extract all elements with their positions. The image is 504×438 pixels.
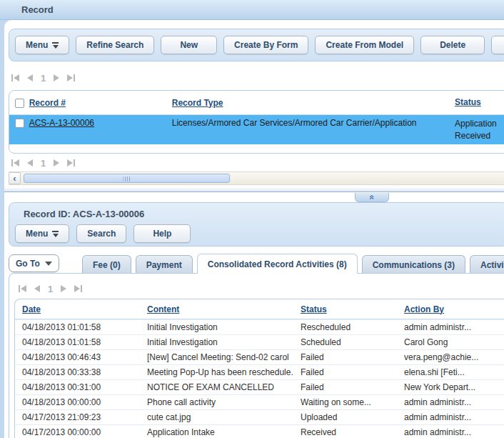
prev-page-icon (27, 159, 33, 166)
page-number: 1 (41, 73, 46, 84)
tab-payment[interactable]: Payment (136, 255, 193, 274)
table-row[interactable]: 04/17/2013 21:09:23 cute cat.jpg Uploade… (15, 409, 504, 424)
status-cell: Rescheduled (301, 322, 404, 332)
records-pager-bottom: 1 (11, 157, 75, 169)
status-cell: Failed (301, 352, 404, 362)
scroll-left-button[interactable]: ‹ (9, 172, 21, 184)
status-cell: Failed (301, 382, 404, 392)
tab-activities[interactable]: Activities (1) (470, 255, 504, 274)
prev-page-icon (27, 74, 33, 81)
date-cell: 04/18/2013 00:00:00 (15, 397, 147, 407)
next-page-button[interactable] (54, 159, 59, 166)
action-by-cell: Carol Gong (404, 337, 504, 347)
record-toolbar: Menu Refine Search New Create By Form Cr… (9, 29, 504, 61)
action-by-cell: elena.shi [Feti... (404, 367, 504, 377)
content-cell: Initial Investigation (147, 337, 301, 347)
tab-bar: Fee (0) Payment Consolidated Record Acti… (82, 254, 504, 274)
refine-search-button[interactable]: Refine Search (76, 36, 154, 54)
content-cell: Application Intake (147, 427, 301, 437)
action-by-cell: vera.peng@achie... (404, 352, 504, 362)
column-status[interactable]: Status (455, 96, 504, 109)
last-page-icon (67, 74, 73, 81)
select-all-checkbox[interactable] (15, 99, 24, 108)
content-cell: Initial Investigation (147, 322, 301, 332)
first-page-button[interactable] (19, 285, 26, 292)
last-page-button[interactable] (67, 74, 75, 81)
table-row[interactable]: 04/18/2013 00:00:00 Phone call activity … (15, 394, 504, 409)
help-button[interactable]: Help (133, 224, 191, 243)
next-page-button[interactable] (61, 285, 66, 292)
record-row-selected[interactable]: ACS-A-13-00006 Licenses/Armored Car Serv… (9, 115, 504, 144)
next-page-icon (54, 74, 59, 81)
record-type-cell: Licenses/Armored Car Services/Armored Ca… (172, 118, 455, 128)
tab-fee[interactable]: Fee (0) (82, 255, 131, 274)
menu-button[interactable]: Menu (15, 224, 69, 243)
column-status[interactable]: Status (301, 304, 404, 314)
create-from-model-button[interactable]: Create From Model (315, 36, 414, 54)
scroll-left-icon: ‹ (13, 173, 16, 184)
gis-button[interactable]: GIS (491, 36, 504, 54)
content-cell: Meeting Pop-Up has been reschedule. (147, 367, 301, 377)
status-cell: Waiting on some... (301, 397, 404, 407)
content-cell: [New] Cancel Meeting: Send-02 carol (147, 352, 301, 362)
action-by-cell: admin administr... (404, 412, 504, 422)
goto-label: Go To (16, 259, 40, 269)
window-header: Record (0, 0, 504, 20)
action-by-cell: New York Depart... (404, 382, 504, 392)
prev-page-button[interactable] (27, 74, 33, 81)
page-title: Record (21, 4, 54, 15)
status-cell: Scheduled (301, 337, 404, 347)
last-page-icon (74, 285, 80, 292)
search-button[interactable]: Search (76, 224, 126, 243)
date-cell: 04/18/2013 00:31:00 (15, 382, 147, 392)
records-pager-top: 1 (11, 72, 75, 84)
last-page-icon (67, 159, 73, 166)
column-record-number[interactable]: Record # (29, 98, 172, 108)
page-number: 1 (41, 158, 46, 169)
record-number-link[interactable]: ACS-A-13-00006 (29, 118, 94, 128)
table-row[interactable]: 04/18/2013 00:31:00 NOTICE OF EXAM CANCE… (15, 379, 504, 394)
page-number: 1 (48, 284, 53, 294)
prev-page-icon (34, 285, 40, 292)
collapse-panel-button[interactable]: « (355, 193, 389, 202)
goto-button[interactable]: Go To (9, 254, 59, 272)
tab-communications[interactable]: Communications (3) (362, 255, 465, 274)
delete-button[interactable]: Delete (420, 36, 485, 54)
scrollbar-thumb[interactable] (24, 174, 230, 183)
column-record-type[interactable]: Record Type (172, 98, 455, 108)
new-button[interactable]: New (161, 36, 217, 54)
date-cell: 04/17/2013 21:09:23 (15, 412, 147, 422)
row-checkbox[interactable] (15, 119, 24, 128)
first-page-button[interactable] (11, 74, 19, 81)
next-page-button[interactable] (54, 74, 59, 81)
section-divider (4, 187, 504, 192)
date-cell: 04/17/2013 00:00:00 (15, 427, 147, 437)
column-content[interactable]: Content (147, 304, 301, 314)
table-row[interactable]: 04/17/2013 00:00:00 Application Intake R… (15, 424, 504, 438)
status-cell: Failed (301, 367, 404, 377)
last-page-button[interactable] (67, 159, 75, 166)
menu-button-label: Menu (26, 229, 48, 239)
first-page-button[interactable] (11, 159, 19, 166)
action-by-cell: admin administr... (404, 322, 504, 332)
menu-button-label: Menu (26, 40, 48, 50)
first-page-icon (14, 159, 19, 166)
date-cell: 04/18/2013 01:01:58 (15, 322, 147, 332)
column-date[interactable]: Date (15, 304, 147, 314)
prev-page-button[interactable] (34, 285, 40, 292)
create-by-form-button[interactable]: Create By Form (223, 36, 308, 54)
last-page-button[interactable] (74, 285, 82, 292)
table-row[interactable]: 04/18/2013 00:33:38 Meeting Pop-Up has b… (15, 364, 504, 379)
record-detail-panel: Record ID: ACS-A-13-00006 Menu Search He… (9, 202, 504, 247)
tab-consolidated-record-activities[interactable]: Consolidated Record Activities (8) (197, 254, 358, 274)
prev-page-button[interactable] (27, 159, 33, 166)
menu-button[interactable]: Menu (15, 36, 69, 54)
table-row[interactable]: 04/18/2013 00:46:43 [New] Cancel Meeting… (15, 349, 504, 364)
table-row[interactable]: 04/18/2013 01:01:58 Initial Investigatio… (15, 319, 504, 334)
first-page-icon (21, 285, 26, 292)
column-action-by[interactable]: Action By (404, 304, 504, 314)
horizontal-scrollbar[interactable]: ‹ (9, 171, 504, 185)
content-cell: cute cat.jpg (147, 412, 301, 422)
table-row[interactable]: 04/18/2013 01:01:58 Initial Investigatio… (15, 334, 504, 349)
chevrons-up-icon: « (368, 195, 376, 200)
